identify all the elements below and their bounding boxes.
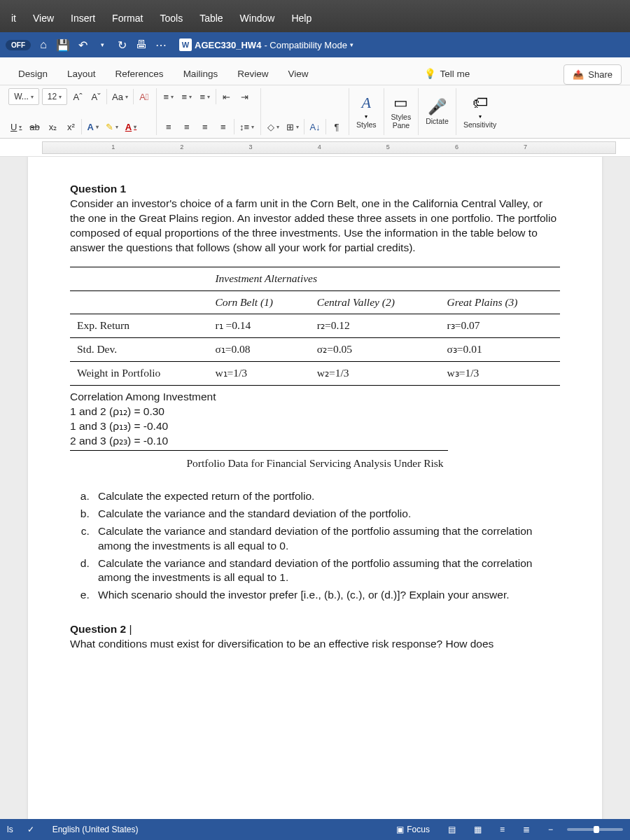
tab-review[interactable]: Review [227, 63, 278, 85]
increase-indent-button[interactable]: ⇥ [237, 88, 253, 105]
col-blank [70, 290, 208, 314]
cell: r₃=0.07 [440, 314, 561, 338]
row-expreturn-label: Exp. Return [70, 314, 208, 338]
numbering-button[interactable]: ≡ [179, 88, 195, 105]
accessibility-check[interactable]: ✓ [23, 825, 38, 834]
menu-format[interactable]: Format [104, 8, 151, 28]
page[interactable]: Question 1 Consider an investor's choice… [28, 157, 602, 819]
sensitivity-button[interactable]: 🏷 ▾ Sensitivity [456, 88, 503, 135]
line-spacing-button[interactable]: ↕≡ [237, 118, 256, 135]
redo-icon[interactable]: ↻ [115, 38, 129, 52]
strikethrough-button[interactable]: ab [27, 118, 42, 135]
zoom-slider[interactable] [567, 828, 623, 831]
tbl-header-main: Investment Alternatives [208, 267, 560, 290]
focus-mode-button[interactable]: ▣ Focus [392, 825, 434, 834]
tab-view[interactable]: View [278, 63, 318, 85]
cell: r₂=0.12 [310, 314, 440, 338]
tab-mailings[interactable]: Mailings [174, 63, 228, 85]
ruler-mark: 6 [455, 144, 458, 150]
paragraph-group: ≡ ≡ ≡ ⇤ ⇥ ≡ ≡ ≡ ≡ ↕≡ [157, 88, 261, 135]
font-color-button[interactable]: A [123, 118, 139, 135]
highlight-button[interactable]: ✎ [104, 118, 120, 135]
home-icon[interactable]: ⌂ [36, 38, 50, 52]
align-center-button[interactable]: ≡ [179, 118, 195, 135]
ruler-mark: 1 [111, 144, 115, 150]
menu-insert[interactable]: Insert [62, 8, 104, 28]
document-name: AGEC330_HW4 [195, 40, 261, 50]
justify-button[interactable]: ≡ [216, 118, 231, 135]
tellme-label: Tell me [440, 69, 470, 79]
show-marks-button[interactable]: ¶ [329, 118, 344, 135]
bullets-button[interactable]: ≡ [161, 88, 176, 105]
align-left-button[interactable]: ≡ [161, 118, 176, 135]
menu-window[interactable]: Window [232, 8, 284, 28]
subq-b: Calculate the variance and the standard … [92, 507, 560, 522]
cell: σ₁=0.08 [208, 338, 309, 362]
share-button[interactable]: 📤 Share [564, 64, 622, 85]
text-effects-button[interactable]: A [85, 118, 100, 135]
tab-layout[interactable]: Layout [57, 63, 106, 85]
menu-view[interactable]: View [24, 8, 62, 28]
undo-icon[interactable]: ↶ [76, 38, 90, 52]
shrink-font-button[interactable]: Aˇ [88, 88, 104, 105]
superscript-button[interactable]: x² [63, 118, 78, 135]
underline-button[interactable]: U [8, 118, 24, 135]
statusbar: ls ✓ English (United States) ▣ Focus ▤ ▦… [0, 819, 630, 840]
align-right-button[interactable]: ≡ [197, 118, 213, 135]
styles-gallery[interactable]: A ▾ Styles [349, 88, 384, 135]
web-layout-button[interactable]: ≡ [496, 825, 509, 834]
read-mode-button[interactable]: ▤ [444, 825, 460, 834]
col-greatplains: Great Plains (3) [440, 290, 561, 314]
subq-a: Calculate the expected return of the por… [92, 489, 560, 504]
cell: w₃=1/3 [440, 362, 561, 386]
font-size-select[interactable]: 12 [42, 88, 67, 105]
tab-references[interactable]: References [106, 63, 174, 85]
tab-design[interactable]: Design [8, 63, 57, 85]
horizontal-ruler[interactable]: 1 2 3 4 5 6 7 [42, 141, 616, 154]
table-caption: Portfolio Data for Financial Servicing A… [70, 456, 560, 471]
multilevel-button[interactable]: ≡ [197, 88, 213, 105]
portfolio-table: Investment Alternatives Corn Belt (1) Ce… [70, 267, 560, 386]
print-layout-button[interactable]: ▦ [470, 825, 486, 834]
tellme-search[interactable]: 💡 Tell me [414, 62, 480, 85]
menu-table[interactable]: Table [191, 8, 231, 28]
styles-icon: A [362, 94, 371, 112]
cell: σ₂=0.05 [310, 338, 440, 362]
focus-label: Focus [407, 825, 430, 834]
correl-line: 1 and 3 (ρ₁₃) = -0.40 [70, 419, 560, 434]
ribbon: W... 12 Aˆ Aˇ Aa A⃠ U ab x₂ x² A ✎ A ≡ ≡… [0, 85, 630, 139]
change-case-button[interactable]: Aa [110, 88, 130, 105]
menu-edit[interactable]: it [3, 8, 24, 28]
sort-button[interactable]: A↓ [307, 118, 323, 135]
zoom-out-button[interactable]: − [544, 825, 557, 834]
col-cornbelt: Corn Belt (1) [208, 290, 309, 314]
decrease-indent-button[interactable]: ⇤ [219, 88, 234, 105]
row-stddev-label: Std. Dev. [70, 338, 208, 362]
title-dropdown-icon[interactable]: ▾ [350, 41, 354, 48]
document-area[interactable]: Question 1 Consider an investor's choice… [0, 157, 630, 819]
print-icon[interactable]: 🖶 [134, 38, 148, 52]
font-name-select[interactable]: W... [8, 88, 39, 105]
correl-heading: Correlation Among Investment [70, 390, 560, 405]
styles-pane-button[interactable]: ▭ StylesPane [384, 88, 419, 135]
subq-e: Which scenario should the investor prefe… [92, 588, 560, 603]
borders-button[interactable]: ⊞ [284, 118, 301, 135]
grow-font-button[interactable]: Aˆ [70, 88, 85, 105]
outline-button[interactable]: ≣ [519, 825, 534, 834]
sensitivity-label: Sensitivity [463, 121, 496, 130]
share-label: Share [588, 69, 612, 80]
clear-formatting-button[interactable]: A⃠ [136, 88, 152, 105]
dictate-label: Dictate [426, 118, 449, 126]
autosave-toggle[interactable]: OFF [6, 40, 31, 50]
subquestion-list: Calculate the expected return of the por… [92, 489, 560, 603]
shading-button[interactable]: ◇ [265, 118, 281, 135]
dictate-button[interactable]: 🎤 Dictate [419, 88, 456, 135]
more-icon[interactable]: ⋯ [154, 38, 168, 52]
menu-help[interactable]: Help [283, 8, 320, 28]
menu-tools[interactable]: Tools [151, 8, 191, 28]
save-icon[interactable]: 💾 [56, 38, 70, 52]
focus-icon: ▣ [396, 825, 404, 834]
undo-dropdown-icon[interactable]: ▾ [95, 38, 109, 52]
subscript-button[interactable]: x₂ [45, 118, 60, 135]
language-button[interactable]: English (United States) [48, 825, 143, 834]
